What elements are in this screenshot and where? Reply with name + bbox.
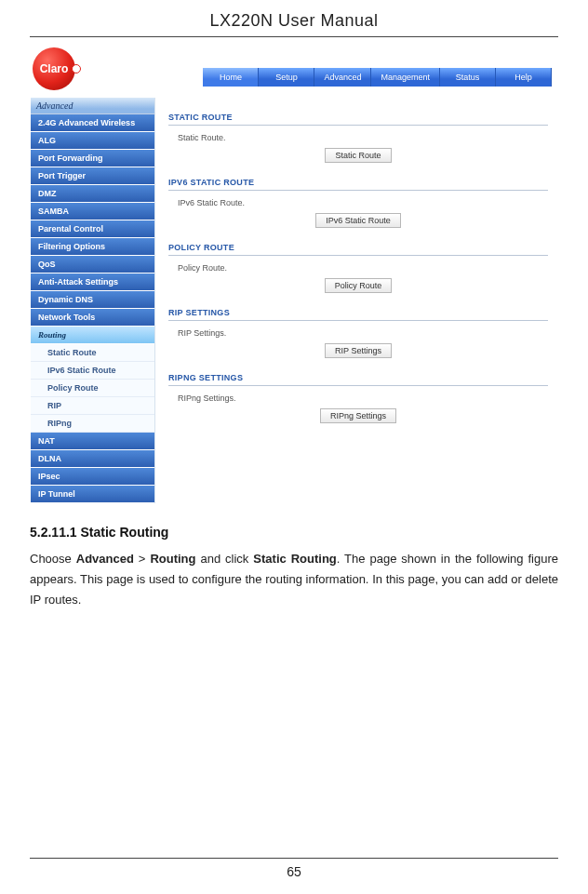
section-title: RIP SETTINGS bbox=[168, 302, 548, 321]
section-body: Policy Route. bbox=[168, 256, 548, 274]
para-bold-static-routing: Static Routing bbox=[253, 552, 336, 566]
topnav-tab-help[interactable]: Help bbox=[496, 68, 552, 87]
topnav-tab-management[interactable]: Management bbox=[371, 68, 440, 87]
brand-logo: Claro bbox=[33, 47, 75, 90]
section-title: IPV6 STATIC ROUTE bbox=[168, 172, 548, 191]
sidebar-item[interactable]: Parental Control bbox=[31, 220, 154, 238]
router-body: Advanced 2.4G Advanced WirelessALGPort F… bbox=[31, 94, 557, 503]
para-text: and click bbox=[196, 552, 254, 566]
sidebar-item[interactable]: Port Forwarding bbox=[31, 150, 154, 167]
topnav-tab-advanced[interactable]: Advanced bbox=[314, 68, 371, 87]
main-panel: STATIC ROUTEStatic Route.Static RouteIPV… bbox=[155, 98, 557, 503]
sidebar-item[interactable]: RIPng bbox=[31, 415, 154, 433]
section-button-wrap: RIP Settings bbox=[168, 343, 548, 358]
sidebar-item[interactable]: Dynamic DNS bbox=[31, 291, 154, 309]
sidebar-item[interactable]: IP Tunnel bbox=[31, 486, 154, 503]
router-header: Claro HomeSetupAdvancedManagementStatusH… bbox=[31, 46, 557, 94]
section-button-wrap: Policy Route bbox=[168, 278, 548, 293]
para-text: > bbox=[134, 552, 151, 566]
sidebar-item[interactable]: Port Trigger bbox=[31, 167, 154, 185]
section-button[interactable]: Policy Route bbox=[325, 278, 393, 293]
sidebar-item[interactable]: Network Tools bbox=[31, 309, 154, 327]
section-body: RIP Settings. bbox=[168, 321, 548, 340]
sidebar-item[interactable]: NAT bbox=[31, 433, 154, 450]
sidebar-category[interactable]: Advanced bbox=[31, 98, 154, 114]
router-screenshot: Claro HomeSetupAdvancedManagementStatusH… bbox=[30, 45, 558, 504]
page-number: 65 bbox=[0, 858, 588, 879]
sidebar-item[interactable]: 2.4G Advanced Wireless bbox=[31, 114, 154, 132]
para-text: Choose bbox=[30, 552, 76, 566]
sidebar-item[interactable]: IPsec bbox=[31, 468, 154, 486]
sidebar-item[interactable]: Anti-Attack Settings bbox=[31, 274, 154, 291]
top-nav: HomeSetupAdvancedManagementStatusHelp bbox=[203, 68, 552, 87]
section-heading: 5.2.11.1 Static Routing bbox=[30, 525, 558, 540]
section-button[interactable]: RIPng Settings bbox=[320, 408, 396, 423]
sidebar: Advanced 2.4G Advanced WirelessALGPort F… bbox=[31, 98, 155, 503]
section-button-wrap: RIPng Settings bbox=[168, 408, 548, 423]
sidebar-item[interactable]: SAMBA bbox=[31, 203, 154, 220]
sidebar-item[interactable]: IPv6 Static Route bbox=[31, 362, 154, 380]
section-button-wrap: Static Route bbox=[168, 148, 548, 163]
topnav-tab-setup[interactable]: Setup bbox=[259, 68, 314, 87]
sidebar-item[interactable]: Policy Route bbox=[31, 380, 154, 397]
title-rule bbox=[30, 36, 558, 37]
sidebar-item[interactable]: DMZ bbox=[31, 185, 154, 203]
section-title: POLICY ROUTE bbox=[168, 237, 548, 256]
section-button-wrap: IPv6 Static Route bbox=[168, 213, 548, 228]
section-title: RIPNG SETTINGS bbox=[168, 367, 548, 386]
sidebar-item[interactable]: ALG bbox=[31, 132, 154, 150]
sidebar-item[interactable]: QoS bbox=[31, 256, 154, 274]
section-button[interactable]: Static Route bbox=[325, 148, 391, 163]
section-button[interactable]: IPv6 Static Route bbox=[315, 213, 401, 228]
sidebar-item[interactable]: DLNA bbox=[31, 450, 154, 468]
sidebar-item[interactable]: Routing bbox=[31, 327, 154, 344]
sidebar-item[interactable]: Filtering Options bbox=[31, 238, 154, 256]
section-paragraph: Choose Advanced > Routing and click Stat… bbox=[30, 549, 558, 610]
para-bold-routing: Routing bbox=[150, 552, 195, 566]
document-title: LX220N User Manual bbox=[30, 11, 558, 31]
section-body: RIPng Settings. bbox=[168, 386, 548, 405]
sidebar-item[interactable]: Static Route bbox=[31, 344, 154, 362]
topnav-tab-home[interactable]: Home bbox=[203, 68, 259, 87]
section-body: IPv6 Static Route. bbox=[168, 191, 548, 209]
section-button[interactable]: RIP Settings bbox=[325, 343, 392, 358]
sidebar-item[interactable]: RIP bbox=[31, 397, 154, 415]
topnav-tab-status[interactable]: Status bbox=[440, 68, 496, 87]
section-title: STATIC ROUTE bbox=[168, 107, 548, 126]
section-body: Static Route. bbox=[168, 126, 548, 144]
para-bold-advanced: Advanced bbox=[76, 552, 134, 566]
